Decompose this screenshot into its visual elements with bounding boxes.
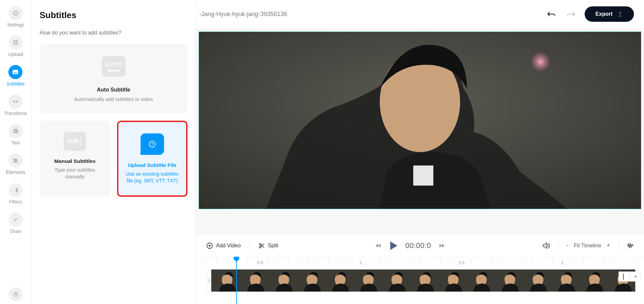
playhead[interactable] [236,257,237,304]
nav-label: Subtitles [7,81,25,86]
nav-help[interactable] [9,287,23,301]
split-label: Split [268,243,278,249]
separator [558,240,558,251]
nav-label: Elements [6,170,25,175]
manual-title: Manual Subtitles [54,158,96,164]
side-panel: Subtitles How do you want to add subtitl… [32,0,196,304]
nav-settings[interactable]: Settings [7,6,24,27]
text-icon: T [9,124,23,138]
clip-thumbnail [409,269,437,292]
skip-back-button[interactable] [375,243,382,249]
filters-icon [9,183,23,197]
timeline[interactable]: 0.511.522.53 ┃ ┃ + [196,257,644,304]
timecode: 00:00:0 [405,241,431,250]
nav-label: Text [11,140,20,145]
nav-label: Filters [9,199,22,204]
clip-handle-left[interactable]: ┃ [207,269,211,292]
subtitles-icon [8,65,22,79]
timeline-ruler[interactable]: 0.511.522.53 [207,260,635,268]
auto-desc: Automatically add subtitles to video [74,96,153,102]
redo-button[interactable] [565,10,577,18]
zoom-in-button[interactable]: + [606,242,610,249]
draw-icon [9,212,23,227]
video-preview[interactable] [199,32,641,209]
upload-file-title: Upload Subtitle File [128,162,176,168]
manual-icon: SUB [64,132,86,151]
svg-point-9 [531,52,551,72]
clip-thumbnail [522,269,550,292]
clip-thumbnail [437,269,466,292]
add-video-button[interactable]: Add Video [206,242,241,249]
upload-icon [9,36,23,50]
export-button[interactable]: Export [585,6,634,22]
nav-label: Settings [7,22,24,27]
nav-subtitles[interactable]: Subtitles [7,65,25,86]
panel-question: How do you want to add subtitles? [40,30,187,36]
add-video-label: Add Video [216,243,241,249]
project-title[interactable]: -Jang-Hyuk-hyuk-jang-39356136 [199,11,538,18]
separator [250,240,250,251]
ruler-mark: 0.5 [257,260,263,265]
svg-point-13 [259,243,261,245]
manual-desc: Type your subtitles manually [44,167,106,180]
preview-placeholder-image [199,32,641,209]
preview-area [196,28,644,234]
fit-timeline-label[interactable]: Fit Timeline [574,243,601,249]
ruler-mark: 1.5 [459,260,465,265]
manual-subtitle-card[interactable]: SUB Manual Subtitles Type your subtitles… [40,121,110,197]
nav-elements[interactable]: Elements [6,154,25,175]
panel-title: Subtitles [40,10,187,20]
nav-filters[interactable]: Filters [9,183,23,204]
clip-thumbnail [466,269,494,292]
video-clip[interactable] [211,269,635,292]
clip-thumbnail [296,269,324,292]
clip-handle-right[interactable]: ┃ [619,271,629,282]
nav-transitions[interactable]: Transitions [4,95,27,116]
separator [618,240,619,251]
play-button[interactable] [389,241,398,251]
add-track-button[interactable]: + [631,271,641,282]
clip-thumbnail [211,269,239,292]
split-button[interactable]: Split [259,242,278,249]
nav-upload[interactable]: Upload [8,36,23,57]
volume-button[interactable] [542,242,550,249]
export-label: Export [595,11,612,17]
svg-text:T: T [15,129,17,133]
nav-label: Upload [8,52,23,57]
svg-point-14 [259,246,261,248]
elements-icon [8,154,22,168]
track-controls: ┃ + [619,271,641,282]
clip-row: ┃ [207,269,635,292]
clip-thumbnail [353,269,381,292]
zoom-controls: - Fit Timeline + [567,242,610,249]
help-icon [9,287,23,301]
nav-label: Transitions [4,111,27,116]
settings-icon [9,6,23,20]
clip-thumbnail [579,269,607,292]
nav-text[interactable]: T Text [9,124,23,145]
export-icon [617,11,623,17]
svg-rect-2 [13,70,18,74]
auto-icon: AUTO [102,56,125,77]
auto-badge-text: AUTO [105,61,122,68]
waveform-toggle[interactable] [627,242,634,249]
ruler-mark: 2 [561,260,563,265]
auto-subtitle-card[interactable]: AUTO Auto Subtitle Automatically add sub… [40,44,187,113]
undo-button[interactable] [546,10,557,18]
clip-thumbnail [324,269,353,292]
upload-subtitle-file-card[interactable]: Upload Subtitle File Use an existing sub… [117,121,188,197]
top-bar: -Jang-Hyuk-hyuk-jang-39356136 Export [196,0,644,28]
zoom-out-button[interactable]: - [567,242,569,249]
svg-rect-3 [14,73,17,73]
skip-forward-button[interactable] [438,243,445,249]
main-area: -Jang-Hyuk-hyuk-jang-39356136 Export [196,0,644,304]
nav-draw[interactable]: Draw [9,212,23,234]
clip-thumbnail [239,269,268,292]
transitions-icon [8,95,22,109]
clip-thumbnail [494,269,522,292]
plus-circle-icon [206,242,213,249]
svg-point-0 [14,11,18,15]
scissors-icon [259,242,265,249]
clip-thumbnail [268,269,296,292]
clip-thumbnail [381,269,409,292]
